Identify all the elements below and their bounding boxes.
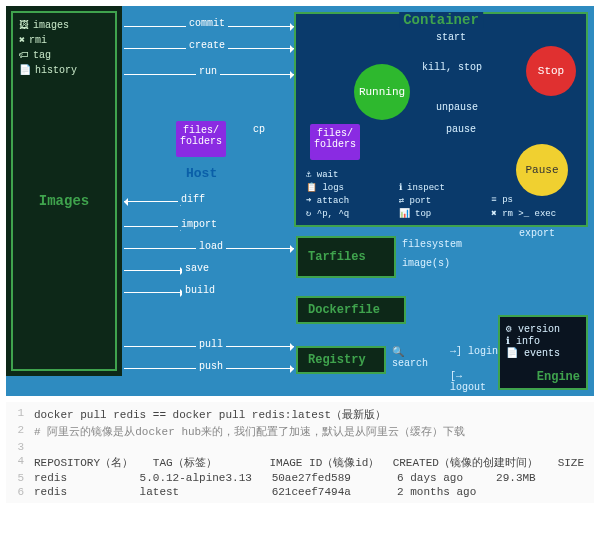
container-cmd	[491, 169, 580, 180]
container-cmd: ✖ rm >_ exec	[491, 208, 580, 219]
code-line: 5redis 5.0.12-alpine3.13 50ae27fed589 6 …	[6, 471, 594, 485]
label-export: export	[516, 228, 558, 239]
container-commands: ⚓ wait📋 logsℹ inspect➜ attach⇄ port≡ ps↻…	[306, 169, 580, 219]
container-panel: Container Running Stop Pause files/ fold…	[294, 12, 588, 227]
images-cmd-images: 🖼images	[19, 19, 109, 31]
container-cmd: ↻ ^p, ^q	[306, 208, 395, 219]
container-files-folders: files/ folders	[310, 124, 360, 160]
registry-cmd: [→ logout	[450, 371, 502, 393]
registry-box: Registry	[296, 346, 386, 374]
arrow-save	[124, 270, 184, 271]
container-cmd: ⚓ wait	[306, 169, 395, 180]
container-cmd: ⇄ port	[399, 195, 488, 206]
host-files-folders: files/ folders	[176, 121, 226, 157]
images-cmd-history: 📄history	[19, 64, 109, 76]
container-cmd: 📋 logs	[306, 182, 395, 193]
state-stop: Stop	[526, 46, 576, 96]
code-line: 6redis latest 621ceef7494a 2 months ago	[6, 485, 594, 499]
container-cmd: ≡ ps	[491, 195, 580, 206]
code-line: 4REPOSITORY（名） TAG（标签） IMAGE ID（镜像id） CR…	[6, 454, 594, 471]
label-diff: diff	[178, 194, 208, 205]
code-block: 1docker pull redis == docker pull redis:…	[6, 402, 594, 503]
label-run: run	[196, 66, 220, 77]
label-unpause: unpause	[436, 102, 478, 113]
arrow-import	[124, 226, 184, 227]
label-pull: pull	[196, 339, 226, 350]
engine-panel: ⚙ versionℹ info📄 events Engine	[498, 315, 588, 390]
container-cmd	[491, 182, 580, 193]
state-running: Running	[354, 64, 410, 120]
history-icon: 📄	[19, 64, 31, 76]
images-cmd-tag: 🏷tag	[19, 49, 109, 61]
arrow-build	[124, 292, 184, 293]
registry-cmd: 🔍 search	[392, 346, 444, 369]
tarfiles-box: Tarfiles	[296, 236, 396, 278]
code-line: 1docker pull redis == docker pull redis:…	[6, 406, 594, 423]
rmi-icon: ✖	[19, 34, 25, 46]
tarfiles-filesystem: filesystem	[402, 239, 462, 250]
code-line: 3	[6, 440, 594, 454]
label-cp: cp	[250, 124, 268, 135]
container-cmd: 📊 top	[399, 208, 488, 219]
label-killstop: kill, stop	[422, 62, 482, 73]
images-title: Images	[13, 193, 115, 209]
host-label: Host	[186, 166, 217, 181]
label-start: start	[436, 32, 466, 43]
label-load: load	[196, 241, 226, 252]
engine-item: ℹ info	[506, 335, 580, 347]
label-commit: commit	[186, 18, 228, 29]
container-title: Container	[399, 12, 483, 28]
tag-icon: 🏷	[19, 49, 29, 61]
images-icon: 🖼	[19, 19, 29, 31]
registry-cmd: →] login	[450, 346, 502, 369]
dockerfile-box: Dockerfile	[296, 296, 406, 324]
registry-commands: 🔍 search→] login[→ logout	[392, 346, 502, 393]
label-save: save	[182, 263, 212, 274]
label-push: push	[196, 361, 226, 372]
code-line: 2# 阿里云的镜像是从docker hub来的，我们配置了加速，默认是从阿里云（…	[6, 423, 594, 440]
arrow-diff	[124, 201, 184, 202]
label-import: import	[178, 219, 220, 230]
tarfiles-images: image(s)	[402, 258, 450, 269]
registry-cmd	[392, 371, 444, 393]
images-cmd-rmi: ✖rmi	[19, 34, 109, 46]
container-cmd	[399, 169, 488, 180]
engine-item: ⚙ version	[506, 323, 580, 335]
engine-item: 📄 events	[506, 347, 580, 359]
container-cmd: ℹ inspect	[399, 182, 488, 193]
engine-title: Engine	[537, 370, 580, 384]
docker-diagram: 🖼images✖rmi🏷tag📄history Images commit cr…	[6, 6, 594, 396]
label-build: build	[182, 285, 218, 296]
images-panel: 🖼images✖rmi🏷tag📄history Images	[6, 6, 122, 376]
label-pause: pause	[446, 124, 476, 135]
label-create: create	[186, 40, 228, 51]
container-cmd: ➜ attach	[306, 195, 395, 206]
